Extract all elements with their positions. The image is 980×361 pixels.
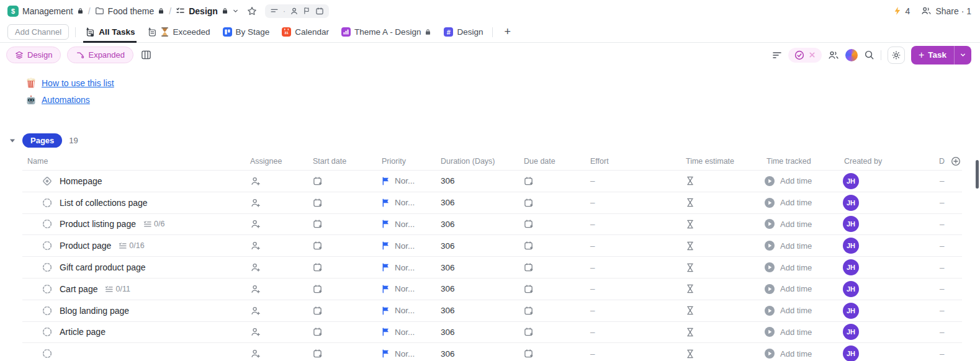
start-date-cell[interactable]	[310, 306, 379, 316]
priority-cell[interactable]: Nor...	[379, 263, 438, 272]
column-header-created-by[interactable]: Created by	[842, 157, 938, 166]
column-header-time-tracked[interactable]: Time tracked	[764, 157, 842, 166]
favorite-star-icon[interactable]	[247, 6, 257, 16]
automations-link[interactable]: Automations	[42, 95, 90, 105]
close-icon[interactable]	[809, 51, 816, 58]
due-date-cell[interactable]	[521, 284, 588, 294]
tab-theme-a-design[interactable]: Theme A - Design	[338, 22, 434, 43]
task-name[interactable]: Article page	[60, 327, 106, 337]
task-name[interactable]: Blog landing page	[60, 306, 129, 316]
time-estimate-cell[interactable]	[683, 263, 764, 272]
tab-exceeded[interactable]: Exceeded	[144, 22, 213, 43]
due-date-cell[interactable]	[521, 219, 588, 229]
add-view-icon[interactable]: +	[499, 25, 516, 38]
column-header-time-estimate[interactable]: Time estimate	[683, 157, 764, 166]
duration-cell[interactable]: 306	[438, 284, 521, 293]
duration-cell[interactable]: 306	[438, 349, 521, 359]
assignee-cell[interactable]	[248, 219, 310, 229]
priority-cell[interactable]: Nor...	[379, 220, 438, 229]
start-date-cell[interactable]	[310, 262, 379, 272]
vertical-scrollbar[interactable]	[976, 160, 979, 189]
flag-filter-icon[interactable]	[303, 7, 311, 15]
time-tracked-cell[interactable]: Add time	[764, 262, 842, 273]
time-estimate-cell[interactable]	[683, 176, 764, 185]
duration-cell[interactable]: 306	[438, 306, 521, 315]
view-description-icon[interactable]	[270, 7, 279, 16]
status-todo-icon[interactable]	[42, 219, 52, 229]
duration-cell[interactable]: 306	[438, 198, 521, 207]
table-row[interactable]: Article page Nor... 306	[22, 321, 962, 343]
effort-cell[interactable]: –	[588, 220, 683, 229]
task-name[interactable]: Cart page	[60, 284, 97, 294]
tab-all-tasks[interactable]: All Tasks	[82, 22, 138, 43]
column-header-start-date[interactable]: Start date	[310, 157, 379, 166]
time-estimate-cell[interactable]	[683, 284, 764, 293]
created-by-cell[interactable]: JH	[842, 281, 938, 297]
assignee-filter-icon[interactable]	[290, 7, 299, 16]
duration-cell[interactable]: 306	[438, 220, 521, 229]
created-by-cell[interactable]: JH	[842, 216, 938, 232]
time-estimate-cell[interactable]	[683, 241, 764, 251]
effort-cell[interactable]: –	[588, 328, 683, 337]
table-row[interactable]: Cart page 0/11 Nor... 306	[22, 278, 962, 300]
extra-cell[interactable]: –	[938, 328, 962, 337]
priority-cell[interactable]: Nor...	[379, 306, 438, 315]
start-date-cell[interactable]	[310, 241, 379, 251]
table-row[interactable]: Product page 0/16 Nor... 306	[22, 234, 962, 256]
created-by-cell[interactable]: JH	[842, 195, 938, 211]
breadcrumb-list[interactable]: Design	[176, 6, 239, 16]
created-by-cell[interactable]: JH	[842, 238, 938, 254]
column-header-priority[interactable]: Priority	[379, 157, 438, 166]
created-by-cell[interactable]: JH	[842, 324, 938, 340]
sprint-points[interactable]: 4	[893, 6, 910, 16]
column-header-due-date[interactable]: Due date	[521, 157, 588, 166]
effort-cell[interactable]: –	[588, 349, 683, 359]
checklist-badge[interactable]: 0/16	[119, 241, 144, 250]
start-date-cell[interactable]	[310, 219, 379, 229]
duration-cell[interactable]: 306	[438, 176, 521, 185]
effort-cell[interactable]: –	[588, 263, 683, 272]
table-row[interactable]: Nor... 306 – Add time JH –	[22, 342, 962, 361]
share-button[interactable]: Share · 1	[921, 6, 971, 16]
task-name[interactable]: List of collections page	[60, 198, 148, 208]
status-todo-icon[interactable]	[42, 198, 52, 208]
assignee-cell[interactable]	[248, 198, 310, 208]
created-by-cell[interactable]: JH	[842, 259, 938, 275]
time-tracked-cell[interactable]: Add time	[764, 176, 842, 187]
priority-cell[interactable]: Nor...	[379, 328, 438, 337]
checklist-badge[interactable]: 0/6	[143, 220, 164, 228]
duration-cell[interactable]: 306	[438, 241, 521, 251]
columns-icon[interactable]	[141, 50, 151, 60]
time-estimate-cell[interactable]	[683, 349, 764, 359]
user-avatar[interactable]	[845, 49, 858, 61]
time-estimate-cell[interactable]	[683, 220, 764, 229]
time-estimate-cell[interactable]	[683, 306, 764, 315]
created-by-cell[interactable]: JH	[842, 303, 938, 319]
settings-gear-icon[interactable]	[888, 47, 905, 64]
priority-cell[interactable]: Nor...	[379, 284, 438, 293]
calendar-filter-icon[interactable]	[315, 7, 324, 16]
due-date-cell[interactable]	[521, 198, 588, 208]
start-date-cell[interactable]	[310, 198, 379, 208]
priority-cell[interactable]: Nor...	[379, 198, 438, 207]
task-name[interactable]: Gift card product page	[60, 262, 146, 272]
tab-by-stage[interactable]: By Stage	[220, 22, 273, 43]
sort-filter-icon[interactable]	[772, 51, 782, 60]
duration-cell[interactable]: 306	[438, 328, 521, 337]
extra-cell[interactable]: –	[938, 198, 962, 207]
duration-cell[interactable]: 306	[438, 263, 521, 272]
assignee-cell[interactable]	[248, 327, 310, 337]
status-done-icon[interactable]	[42, 176, 52, 186]
time-tracked-cell[interactable]: Add time	[764, 305, 842, 316]
table-row[interactable]: Homepage Nor... 306	[22, 170, 962, 192]
breadcrumb-space[interactable]: $ Management	[7, 6, 84, 17]
due-date-cell[interactable]	[521, 262, 588, 272]
column-header-name[interactable]: Name	[22, 157, 248, 166]
task-dropdown-caret[interactable]	[955, 46, 971, 65]
search-icon[interactable]	[864, 50, 874, 60]
add-channel-button[interactable]: Add Channel	[7, 24, 69, 40]
expand-pill[interactable]: Expanded	[67, 47, 133, 63]
due-date-cell[interactable]	[521, 349, 588, 359]
due-date-cell[interactable]	[521, 241, 588, 251]
due-date-cell[interactable]	[521, 327, 588, 337]
